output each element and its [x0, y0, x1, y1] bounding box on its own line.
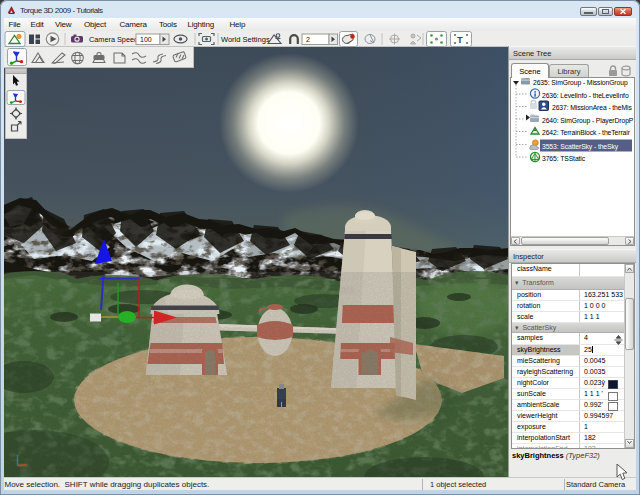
svg-text:3765: TSStatic: 3765: TSStatic: [542, 155, 586, 162]
svg-text:Camera Speed: Camera Speed: [89, 35, 138, 44]
svg-text:T: T: [457, 34, 463, 45]
svg-text:3553: ScatterSky - theSky: 3553: ScatterSky - theSky: [542, 143, 619, 151]
svg-text:2636: LevelInfo - theLevelInfo: 2636: LevelInfo - theLevelInfo: [542, 92, 629, 99]
svg-text:2: 2: [306, 36, 310, 43]
svg-text:2642: TerrainBlock - theTerrai: 2642: TerrainBlock - theTerrair: [542, 129, 631, 136]
svg-text:2640: SimGroup - PlayerDropP: 2640: SimGroup - PlayerDropP: [542, 117, 634, 125]
svg-text:World Settings: World Settings: [221, 35, 270, 44]
svg-text:2637: MissionArea - theMis: 2637: MissionArea - theMis: [552, 104, 632, 111]
svg-text:2635: SimGroup - MissionGroup: 2635: SimGroup - MissionGroup: [533, 79, 628, 87]
svg-text:100: 100: [140, 36, 152, 43]
